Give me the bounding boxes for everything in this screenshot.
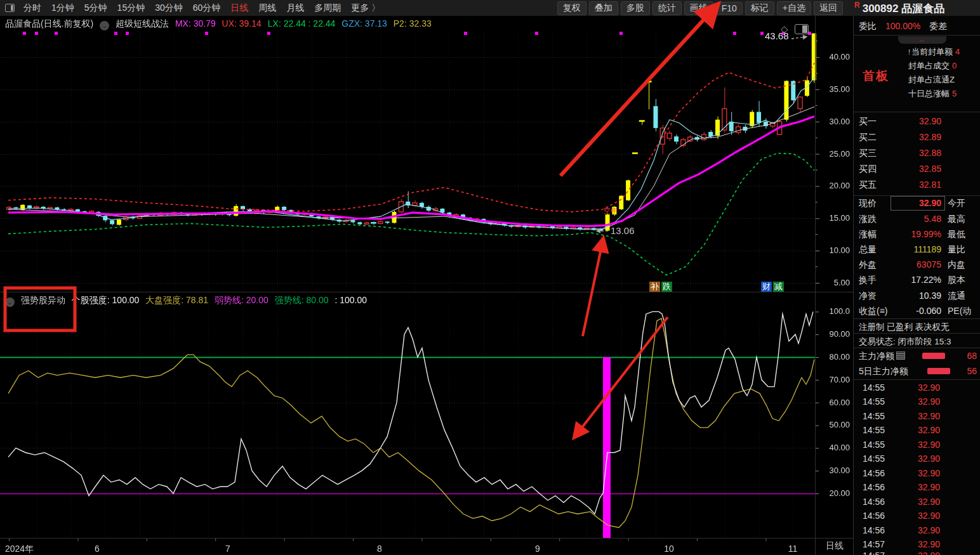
menu-item-30min[interactable]: 30分钟 <box>150 3 188 14</box>
tick-price: 32.90 <box>896 382 940 393</box>
quote-label: 现价 <box>859 198 877 208</box>
menu-item-multiperiod[interactable]: 多周期 <box>309 3 346 14</box>
zhuli5-label: 5日主力净额 <box>859 366 908 376</box>
quote-label: 换手 <box>859 275 877 285</box>
tick-row: 14:5632.90 <box>863 511 977 521</box>
buy-label: 买二 <box>859 132 877 142</box>
quote-row-jingzi: 净资10.39流通 <box>859 291 978 302</box>
menu-item-daily[interactable]: 日线 <box>225 3 253 14</box>
tick-row: 14:5632.90 <box>863 525 977 535</box>
quote-label2: PE(动 <box>948 306 971 317</box>
badge-char: 补 <box>649 282 660 292</box>
quote-row-zhangdie: 涨跌5.48最高 <box>859 214 978 225</box>
buy-label: 买一 <box>859 116 877 126</box>
tick-price: 32.90 <box>896 511 940 521</box>
huaxian-button[interactable]: 画线 <box>684 1 713 15</box>
menu-item-15min[interactable]: 15分钟 <box>112 3 150 14</box>
fuquan-button[interactable]: 复权 <box>557 1 586 15</box>
buy-price: 32.90 <box>896 116 941 126</box>
zhuli-label: 主力净额 <box>859 351 894 361</box>
buy-label: 买三 <box>859 148 877 158</box>
menu-item-1min[interactable]: 1分钟 <box>46 3 79 14</box>
buy-price: 32.85 <box>896 164 941 174</box>
quote-row-waipan: 外盘63075内盘 <box>859 259 978 271</box>
tick-price: 32.90 <box>896 551 940 555</box>
lx-value: LX: 22.44 : 22.44 <box>268 18 336 29</box>
menu-item-5min[interactable]: 5分钟 <box>79 3 112 14</box>
tick-price: 32.90 <box>896 525 940 535</box>
tick-price: 32.90 <box>896 468 940 478</box>
zhuli5-bar <box>927 368 950 374</box>
badge-char: 跌 <box>661 282 672 292</box>
split-view-icon[interactable] <box>795 24 809 34</box>
indicator-dropdown-icon[interactable]: ⌄ <box>5 297 15 307</box>
f10-button[interactable]: F10 <box>716 2 743 15</box>
menu-item-monthly[interactable]: 月线 <box>281 3 309 14</box>
badge-char: 财 <box>761 282 772 292</box>
signal-text-label: 空中 <box>604 206 618 216</box>
menu-item-weekly[interactable]: 周线 <box>253 3 281 14</box>
tick-row: 14:5632.90 <box>863 468 977 478</box>
chart-canvas[interactable] <box>0 16 854 555</box>
zhuli-bar <box>922 353 945 359</box>
menu-item-60min[interactable]: 60分钟 <box>188 3 226 14</box>
tongji-button[interactable]: 统计 <box>652 1 682 15</box>
tick-time: 14:55 <box>863 454 885 464</box>
strategy-dropdown-icon[interactable]: ⌄ <box>100 21 109 30</box>
seal-row: !当前封单额4 <box>908 46 960 58</box>
indicator-white-value: 个股强度: 100.00 <box>72 295 140 305</box>
diejia-button[interactable]: 叠加 <box>589 1 618 15</box>
tick-time: 14:57 <box>863 539 885 549</box>
seal-row: 十日总涨幅5 <box>908 88 957 100</box>
indicator-yellow-value: 大盘强度: 78.81 <box>145 295 208 305</box>
tick-price: 32.90 <box>896 440 940 450</box>
add-watchlist-button[interactable]: +自选 <box>777 1 811 15</box>
biaoji-button[interactable]: 标记 <box>745 1 774 15</box>
weibi-value: 100.00% <box>885 21 920 31</box>
quote-value: 17.22% <box>896 275 941 285</box>
buy-row-2: 买二32.89 <box>859 132 978 143</box>
buy-row-4: 买四32.85 <box>859 164 978 175</box>
tick-price: 32.90 <box>896 396 940 407</box>
seal-row: 封单占流通Z <box>908 74 957 86</box>
mx-value: MX: 30.79 <box>175 18 216 29</box>
tick-time: 14:55 <box>863 440 885 450</box>
strategy-name[interactable]: 超级短线战法 <box>116 18 169 29</box>
panel-toggle-icon[interactable] <box>5 4 15 12</box>
quote-label: 涨跌 <box>859 214 877 224</box>
seal-label: 封单占成交 <box>908 61 950 70</box>
seal-label: 当前封单额 <box>911 47 953 56</box>
menu-item-more[interactable]: 更多 〉 <box>346 3 385 14</box>
event-badge-caijian: 财 减 <box>761 282 785 292</box>
event-badge-budie: 补 跌 <box>649 282 673 292</box>
quote-value: 10.39 <box>896 291 941 301</box>
registered-flag: R <box>854 1 860 10</box>
buy-label: 买四 <box>859 164 877 174</box>
quote-value: -0.060 <box>896 306 941 316</box>
quote-row-huanshou: 换手17.22%股本 <box>859 275 978 286</box>
collapse-tab[interactable]: ︿ <box>898 36 946 44</box>
tick-price: 32.90 <box>896 454 940 464</box>
status-line-1: 注册制 已盈利 表决权无 <box>859 322 950 333</box>
tick-row: 14:5532.90 <box>863 382 977 393</box>
period-label[interactable]: 日线 <box>816 540 853 552</box>
indicator-name[interactable]: 强势股异动 <box>21 295 65 305</box>
menu-item-fenshi[interactable]: 分时 <box>18 3 46 14</box>
tick-price: 32.90 <box>896 411 940 421</box>
tick-price: 32.90 <box>896 497 940 507</box>
tick-time: 14:56 <box>863 511 885 521</box>
indicator-tail-value: : 100.00 <box>334 295 367 305</box>
stock-code: 300892 <box>863 2 899 14</box>
duogu-button[interactable]: 多股 <box>621 1 650 15</box>
quote-row-zongliang: 总量111189量比 <box>859 244 978 256</box>
badge-char: 减 <box>773 282 784 292</box>
tick-time: 14:55 <box>863 411 885 421</box>
tick-time: 14:57 <box>863 551 885 555</box>
return-button[interactable]: 返回 <box>814 1 843 15</box>
quote-label2: 股本 <box>948 275 965 286</box>
list-icon[interactable] <box>896 351 905 360</box>
alert-icon: ! <box>908 48 910 56</box>
quote-label2: 流通 <box>948 291 965 302</box>
buy-price: 32.89 <box>896 132 941 142</box>
quote-label2: 今开 <box>948 198 965 209</box>
